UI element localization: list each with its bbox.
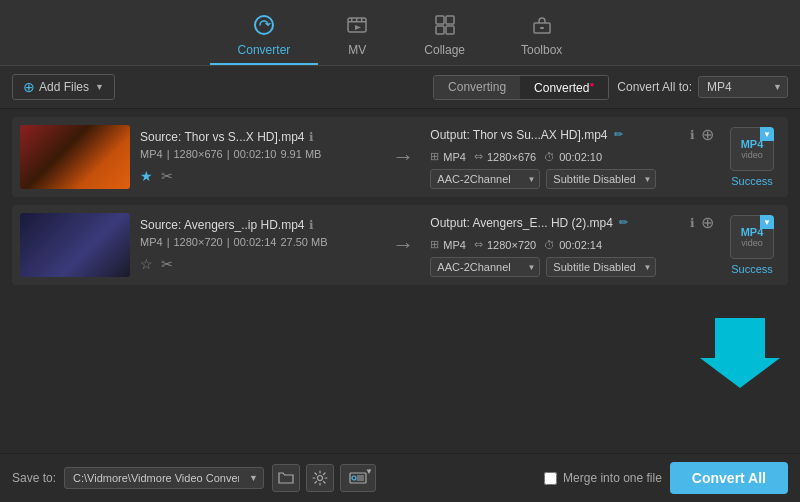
output-row-1: ⊞ MP4 ⇔ 1280×676 ⏱ 00:02:10 xyxy=(430,150,714,163)
convert-all-to-group: Convert All to: MP4 xyxy=(617,76,788,98)
file-actions-2: ☆ ✂ xyxy=(140,256,376,272)
format-badge-2: ⊞ MP4 xyxy=(430,238,466,251)
nav-label-toolbox: Toolbox xyxy=(521,43,562,57)
subtitle-select-2[interactable]: Subtitle Disabled xyxy=(546,257,656,277)
cut-icon-2[interactable]: ✂ xyxy=(161,256,173,272)
grid-icon-2: ⊞ xyxy=(430,238,439,251)
file-source-1: Source: Thor vs S...X HD].mp4 ℹ xyxy=(140,130,376,144)
svg-point-14 xyxy=(318,476,323,481)
audio-select-2[interactable]: AAC-2Channel xyxy=(430,257,540,277)
big-arrow-area xyxy=(0,303,800,403)
save-to-label: Save to: xyxy=(12,471,56,485)
file-item-2: Source: Avengers_..ip HD.mp4 ℹ MP4 | 128… xyxy=(12,205,788,285)
collage-icon xyxy=(434,14,456,39)
convert-all-button[interactable]: Convert All xyxy=(670,462,788,494)
file-meta-1: MP4 | 1280×676 | 00:02:10 9.91 MB xyxy=(140,148,376,160)
file-source-2: Source: Avengers_..ip HD.mp4 ℹ xyxy=(140,218,376,232)
svg-marker-13 xyxy=(700,318,780,388)
tab-group: Converting Converted● xyxy=(433,75,609,100)
thumbnail-2 xyxy=(20,213,130,277)
save-path-select[interactable]: C:\Vidmore\Vidmore Video Converter\Conve… xyxy=(64,467,264,489)
bottom-bar: Save to: C:\Vidmore\Vidmore Video Conver… xyxy=(0,453,800,502)
gear-icon-btn[interactable]: ▼ xyxy=(340,464,376,492)
file-list: Source: Thor vs S...X HD].mp4 ℹ MP4 | 12… xyxy=(0,109,800,293)
res-info-2: ⇔ 1280×720 xyxy=(474,238,536,251)
svg-marker-6 xyxy=(355,25,361,30)
file-actions-1: ★ ✂ xyxy=(140,168,376,184)
nav-item-mv[interactable]: MV xyxy=(318,8,396,65)
nav-item-toolbox[interactable]: Toolbox xyxy=(493,8,590,65)
duration-info-1: ⏱ 00:02:10 xyxy=(544,151,602,163)
svg-rect-5 xyxy=(361,18,363,21)
mp4-icon-1: ▼ MP4 video xyxy=(730,127,774,171)
add-files-label: Add Files xyxy=(39,80,89,94)
svg-rect-9 xyxy=(436,26,444,34)
svg-rect-3 xyxy=(351,18,353,21)
merge-checkbox[interactable] xyxy=(544,472,557,485)
settings-icon-btn[interactable] xyxy=(306,464,334,492)
file-meta-2: MP4 | 1280×720 | 00:02:14 27.50 MB xyxy=(140,236,376,248)
thumb-inner-2 xyxy=(20,213,130,277)
output-info-icon-1[interactable]: ℹ xyxy=(690,128,695,142)
resize-icon-2: ⇔ xyxy=(474,238,483,251)
svg-rect-7 xyxy=(436,16,444,24)
merge-checkbox-group: Merge into one file xyxy=(544,471,662,485)
arrow-separator-2: → xyxy=(386,232,420,258)
output-info-1: Output: Thor vs Su...AX HD].mp4 ✏ ℹ ⊕ ⊞ … xyxy=(430,125,714,189)
success-badge-2: ▼ MP4 video Success xyxy=(724,215,780,275)
star-icon-2[interactable]: ☆ xyxy=(140,256,153,272)
output-label-2: Output: Avengers_E... HD (2).mp4 xyxy=(430,216,613,230)
mp4-icon-2: ▼ MP4 video xyxy=(730,215,774,259)
mp4-dropdown-2[interactable]: ▼ xyxy=(760,215,774,229)
add-files-button[interactable]: ⊕ Add Files ▼ xyxy=(12,74,115,100)
success-badge-1: ▼ MP4 video Success xyxy=(724,127,780,187)
bottom-icons: ▼ xyxy=(272,464,376,492)
source-label-1: Source: Thor vs S...X HD].mp4 xyxy=(140,130,305,144)
output-label-1: Output: Thor vs Su...AX HD].mp4 xyxy=(430,128,607,142)
svg-rect-4 xyxy=(356,18,358,21)
success-text-2: Success xyxy=(731,263,773,275)
subtitle-select-1[interactable]: Subtitle Disabled xyxy=(546,169,656,189)
nav-item-collage[interactable]: Collage xyxy=(396,8,493,65)
mv-icon xyxy=(346,14,368,39)
format-select-wrap: MP4 xyxy=(698,76,788,98)
file-info-1: Source: Thor vs S...X HD].mp4 ℹ MP4 | 12… xyxy=(140,130,376,184)
folder-icon-btn[interactable] xyxy=(272,464,300,492)
toolbar: ⊕ Add Files ▼ Converting Converted● Conv… xyxy=(0,66,800,109)
mp4-dropdown-1[interactable]: ▼ xyxy=(760,127,774,141)
save-path-wrap: C:\Vidmore\Vidmore Video Converter\Conve… xyxy=(64,467,264,489)
tab-converted[interactable]: Converted● xyxy=(520,76,608,99)
file-item-1: Source: Thor vs S...X HD].mp4 ℹ MP4 | 12… xyxy=(12,117,788,197)
nav-label-collage: Collage xyxy=(424,43,465,57)
tab-converting[interactable]: Converting xyxy=(434,76,520,99)
audio-select-1[interactable]: AAC-2Channel xyxy=(430,169,540,189)
source-label-2: Source: Avengers_..ip HD.mp4 xyxy=(140,218,305,232)
edit-icon-1[interactable]: ✏ xyxy=(614,128,623,141)
star-icon-1[interactable]: ★ xyxy=(140,168,153,184)
output-selects-1: AAC-2Channel Subtitle Disabled xyxy=(430,169,714,189)
thumbnail-1 xyxy=(20,125,130,189)
output-header-2: Output: Avengers_E... HD (2).mp4 ✏ ℹ ⊕ xyxy=(430,213,714,232)
output-info-icon-2[interactable]: ℹ xyxy=(690,216,695,230)
edit-icon-2[interactable]: ✏ xyxy=(619,216,628,229)
output-plus-icon-1[interactable]: ⊕ xyxy=(701,125,714,144)
clock-icon-1: ⏱ xyxy=(544,151,555,163)
svg-rect-12 xyxy=(540,27,544,29)
res-info-1: ⇔ 1280×676 xyxy=(474,150,536,163)
output-plus-icon-2[interactable]: ⊕ xyxy=(701,213,714,232)
output-row-2: ⊞ MP4 ⇔ 1280×720 ⏱ 00:02:14 xyxy=(430,238,714,251)
output-selects-2: AAC-2Channel Subtitle Disabled xyxy=(430,257,714,277)
svg-rect-10 xyxy=(446,26,454,34)
cut-icon-1[interactable]: ✂ xyxy=(161,168,173,184)
svg-rect-8 xyxy=(446,16,454,24)
add-files-dropdown-icon: ▼ xyxy=(95,82,104,92)
output-info-2: Output: Avengers_E... HD (2).mp4 ✏ ℹ ⊕ ⊞… xyxy=(430,213,714,277)
svg-rect-2 xyxy=(348,21,366,23)
format-select[interactable]: MP4 xyxy=(698,76,788,98)
success-text-1: Success xyxy=(731,175,773,187)
thumb-inner-1 xyxy=(20,125,130,189)
nav-item-converter[interactable]: Converter xyxy=(210,8,319,65)
duration-info-2: ⏱ 00:02:14 xyxy=(544,239,602,251)
converted-dot: ● xyxy=(589,80,594,89)
output-header-1: Output: Thor vs Su...AX HD].mp4 ✏ ℹ ⊕ xyxy=(430,125,714,144)
